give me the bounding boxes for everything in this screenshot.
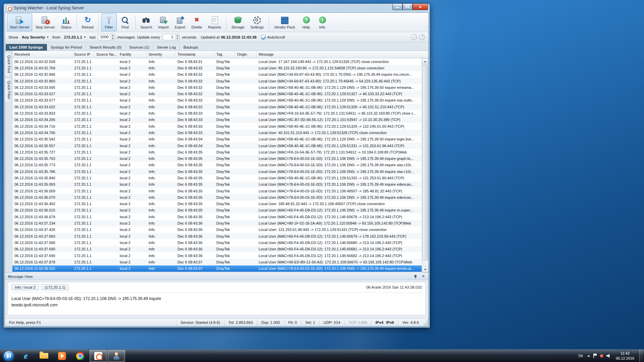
toolbar-filter-button[interactable]: Filter <box>101 13 117 31</box>
table-row[interactable]: 06.12.2016 11:43:33.577172.20.1.1local 2… <box>12 97 422 104</box>
side-tab-quick-find[interactable]: Quick Find <box>5 52 12 76</box>
taskbar-chrome-button[interactable] <box>71 350 89 362</box>
title-bar[interactable]: Syslog Watcher - Local Syslog Server × <box>5 4 429 12</box>
action-center-flag-icon[interactable] <box>593 354 597 358</box>
column-header-message[interactable]: Message <box>257 51 428 58</box>
toolbar-settings-button[interactable]: Settings <box>248 13 267 31</box>
column-header-source-ip[interactable]: Source IP <box>72 51 94 58</box>
column-header-received[interactable]: Received <box>12 51 72 58</box>
table-row[interactable]: 06.12.2016 11:43:34.795172.20.1.1local 2… <box>12 129 422 136</box>
tab-backups[interactable]: Backups <box>180 44 202 51</box>
table-row[interactable]: 06.12.2016 11:43:32.539172.20.1.1local 2… <box>12 58 422 65</box>
autoscroll-toggle[interactable]: AutoScroll <box>261 35 285 40</box>
table-row[interactable]: 06.12.2016 11:43:33.622172.20.1.1local 2… <box>12 104 422 110</box>
table-row[interactable]: 06.12.2016 11:43:32.846172.20.1.1local 2… <box>12 71 422 78</box>
toolbar-start-server-button[interactable]: Start Server <box>7 13 32 31</box>
source-dropdown[interactable]: 172.20.1.1 <box>62 35 87 40</box>
table-row[interactable]: 06.12.2016 11:43:36.492172.20.1.1local 2… <box>12 201 422 207</box>
maximize-button[interactable] <box>402 4 413 10</box>
toolbar-storage-button[interactable]: Storage <box>229 13 247 31</box>
taskbar-clock[interactable]: 11:43 06.12.2016 <box>614 351 636 361</box>
volume-icon[interactable] <box>606 354 611 358</box>
toolbar-status-button[interactable]: Status <box>58 13 74 31</box>
table-row[interactable]: 06.12.2016 11:43:33.833172.20.1.1local 2… <box>12 110 422 116</box>
table-row[interactable]: 06.12.2016 11:43:38.032172.20.1.1local 2… <box>12 265 422 272</box>
apply-filter-button[interactable]: ✓ <box>411 34 417 40</box>
scroll-up-button[interactable] <box>422 58 428 64</box>
toolbar-info-button[interactable]: Info <box>315 13 330 31</box>
column-header-tag[interactable]: Tag <box>214 51 235 58</box>
column-header-origin[interactable]: Origin <box>235 51 257 58</box>
table-row[interactable]: 06.12.2016 11:43:37.690172.20.1.1local 2… <box>12 239 422 246</box>
tab-search-results-0[interactable]: Search Results (0) <box>86 44 125 51</box>
taskbar-file-explorer-button[interactable] <box>35 350 53 362</box>
table-row[interactable]: 06.12.2016 11:43:34.206172.20.1.1local 2… <box>12 117 422 123</box>
table-row[interactable]: 06.12.2016 11:43:35.786172.20.1.1local 2… <box>12 168 422 175</box>
toolbar-help-button[interactable]: Help <box>299 13 314 31</box>
table-row[interactable]: 06.12.2016 11:43:35.993172.20.1.1local 2… <box>12 181 422 188</box>
scrollbar-track[interactable] <box>422 64 428 266</box>
toolbar-reports-button[interactable]: Reports <box>205 13 224 31</box>
close-button[interactable]: × <box>413 4 428 10</box>
table-row[interactable]: 06.12.2016 11:43:36.009172.20.1.1local 2… <box>12 188 422 194</box>
toolbar-reload-button[interactable]: Reload <box>79 13 96 31</box>
resize-grip[interactable] <box>423 318 428 326</box>
table-row[interactable]: 06.12.2016 11:43:37.878172.20.1.1local 2… <box>12 259 422 265</box>
column-header-facility[interactable]: Facility <box>118 51 147 58</box>
pin-icon[interactable] <box>414 275 418 279</box>
tab-sources-1[interactable]: Sources (1) <box>125 44 153 51</box>
toolbar-import-button[interactable]: Import <box>156 13 171 31</box>
scrollbar-thumb[interactable] <box>422 65 428 260</box>
table-row[interactable]: 06.12.2016 11:43:35.557172.20.1.1local 2… <box>12 142 422 149</box>
table-row[interactable]: 06.12.2016 11:43:36.679172.20.1.1local 2… <box>12 214 422 220</box>
toolbar-search-button[interactable]: Search <box>138 13 155 31</box>
toolbar-delete-button[interactable]: Delete <box>189 13 205 31</box>
spinner-down-icon[interactable] <box>111 37 115 40</box>
close-panel-icon[interactable]: × <box>421 274 426 279</box>
tab-server-log[interactable]: Server Log <box>153 44 180 51</box>
table-row[interactable]: 06.12.2016 11:43:37.234172.20.1.1local 2… <box>12 220 422 226</box>
taskbar-contacts-button[interactable] <box>108 350 125 362</box>
table-row[interactable]: 06.12.2016 11:43:36.070172.20.1.1local 2… <box>12 194 422 200</box>
table-row[interactable]: 06.12.2016 11:43:35.727172.20.1.1local 2… <box>12 149 422 155</box>
column-header-source-name[interactable]: Source Na... <box>94 51 118 58</box>
table-row[interactable]: 06.12.2016 11:43:37.690172.20.1.1local 2… <box>12 246 422 252</box>
toolbar-stop-server-button[interactable]: Stop Server <box>33 13 58 31</box>
table-row[interactable]: 06.12.2016 11:43:33.505172.20.1.1local 2… <box>12 84 422 90</box>
table-row[interactable]: 06.12.2016 11:43:32.769172.20.1.1local 2… <box>12 65 422 71</box>
column-header-timestamp[interactable]: Timestamp <box>175 51 214 58</box>
table-row[interactable]: 06.12.2016 11:43:35.542172.20.1.1local 2… <box>12 136 422 142</box>
taskbar-media-player-button[interactable] <box>53 350 71 362</box>
table-row[interactable]: 06.12.2016 11:43:35.840172.20.1.1local 2… <box>12 175 422 181</box>
table-row[interactable]: 06.12.2016 11:43:36.615172.20.1.1local 2… <box>12 207 422 214</box>
taskbar-syslog-watcher-button[interactable] <box>90 350 107 362</box>
vertical-scrollbar[interactable] <box>422 58 428 273</box>
tab-syslogs-for-period[interactable]: Syslogs for Period <box>47 44 86 51</box>
autoscroll-checkbox[interactable] <box>261 35 266 40</box>
table-row[interactable]: 06.12.2016 11:43:35.763172.20.1.1local 2… <box>12 155 422 162</box>
toolbar-vendor-pack-button[interactable]: Vendor Pack <box>271 13 298 31</box>
spinner-up-icon[interactable] <box>175 34 179 37</box>
taskbar-internet-explorer-button[interactable]: e <box>17 350 35 362</box>
spinner-down-icon[interactable] <box>175 37 179 40</box>
table-row[interactable]: 06.12.2016 11:43:33.527172.20.1.1local 2… <box>12 90 422 97</box>
toolbar-export-button[interactable]: Export <box>172 13 188 31</box>
language-indicator[interactable]: TR <box>577 353 584 359</box>
start-button[interactable] <box>3 351 14 361</box>
scroll-down-button[interactable] <box>422 266 428 273</box>
messages-count-spinner[interactable]: 1000 <box>98 34 115 40</box>
table-row[interactable]: 06.12.2016 11:43:35.773172.20.1.1local 2… <box>12 162 422 168</box>
update-interval-spinner[interactable]: 1 <box>163 34 180 40</box>
column-header-severity[interactable]: Severity <box>147 51 175 58</box>
tab-last-1000-syslogs[interactable]: Last 1000 Syslogs <box>6 44 47 51</box>
minimize-button[interactable] <box>392 4 402 10</box>
toolbar-find-button[interactable]: Find <box>117 13 133 31</box>
notification-badge-icon[interactable] <box>600 354 603 358</box>
reset-filter-button[interactable]: ? <box>419 34 425 40</box>
show-desktop-button[interactable] <box>639 350 643 362</box>
spinner-up-icon[interactable] <box>111 34 115 37</box>
side-tab-quick-filter[interactable]: Quick Filter <box>5 77 12 103</box>
table-row[interactable]: 06.12.2016 11:43:37.426172.20.1.1local 2… <box>12 227 422 233</box>
table-row[interactable]: 06.12.2016 11:43:37.650172.20.1.1local 2… <box>12 233 422 239</box>
show-hidden-icons-button[interactable] <box>587 355 590 357</box>
